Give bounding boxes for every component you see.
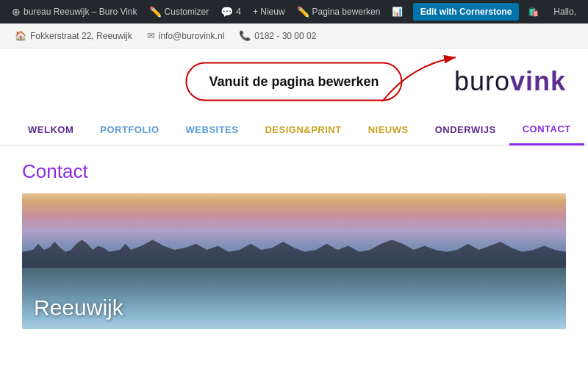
annotation-text: Vanuit de pagina bewerken <box>209 74 379 89</box>
nav-link-onderwijs[interactable]: ONDERWIJS <box>422 115 509 146</box>
hello-text: Hallo, <box>548 7 582 17</box>
phone-item[interactable]: 📞 0182 - 30 00 02 <box>239 30 316 41</box>
hero-label: Reeuwijk <box>34 295 123 320</box>
nav-item-contact[interactable]: CONTACT <box>509 115 584 146</box>
nav-link-websites[interactable]: WEBSITES <box>173 115 252 146</box>
page-title: Contact <box>22 160 566 183</box>
nav-link-contact[interactable]: CONTACT <box>509 115 584 146</box>
site-name-item[interactable]: ⊕ bureau Reeuwijk – Buro Vink <box>6 0 143 24</box>
customizer-item[interactable]: ✏️ Customizer <box>143 0 215 24</box>
nav-item-designprint[interactable]: DESIGN&PRINT <box>251 115 354 146</box>
logo-text: burovink <box>454 66 566 97</box>
nav-link-designprint[interactable]: DESIGN&PRINT <box>251 115 354 146</box>
nav-list: WELKOM PORTFOLIO WEBSITES DESIGN&PRINT N… <box>15 115 584 146</box>
wp-icon: ⊕ <box>12 6 21 18</box>
nav-item-portfolio[interactable]: PORTFOLIO <box>87 115 172 146</box>
logo[interactable]: burovink <box>454 66 566 97</box>
new-item[interactable]: + Nieuw <box>247 0 291 24</box>
nav-item-onderwijs[interactable]: ONDERWIJS <box>422 115 509 146</box>
customizer-icon: ✏️ <box>149 6 162 18</box>
email-icon: ✉ <box>147 30 155 41</box>
logo-buro: buro <box>454 66 510 96</box>
nav-item-nieuws[interactable]: NIEUWS <box>355 115 422 146</box>
customizer-label: Customizer <box>165 7 209 17</box>
phone-text: 0182 - 30 00 02 <box>254 31 316 41</box>
comments-count: 4 <box>236 7 241 17</box>
nav-item-welkom[interactable]: WELKOM <box>15 115 87 146</box>
email-text: info@burovink.nl <box>159 31 225 41</box>
stats-icon: 📊 <box>392 7 403 17</box>
wp-stats-item[interactable]: 📊 <box>386 0 409 24</box>
annotation-bubble: Vanuit de pagina bewerken <box>185 62 402 101</box>
page-content: Contact Reeuwijk <box>0 146 588 337</box>
edit-page-item[interactable]: ✏️ Pagina bewerken <box>291 0 387 24</box>
comments-item[interactable]: 💬 4 <box>215 0 247 24</box>
edit-icon: ✏️ <box>297 6 309 18</box>
admin-bar-right: Edit with Cornerstone 🛍️ Hallo, <box>413 0 582 24</box>
site-name: bureau Reeuwijk – Buro Vink <box>24 7 137 17</box>
edit-page-label: Pagina bewerken <box>312 7 381 17</box>
new-label: + Nieuw <box>253 7 285 17</box>
phone-icon: 📞 <box>239 30 251 41</box>
woo-icon: 🛍️ <box>528 7 539 17</box>
email-item[interactable]: ✉ info@burovink.nl <box>147 30 225 41</box>
navigation: WELKOM PORTFOLIO WEBSITES DESIGN&PRINT N… <box>0 115 588 146</box>
woo-icon-item[interactable]: 🛍️ <box>522 0 545 24</box>
site-header: Vanuit de pagina bewerken burovink <box>0 48 588 115</box>
address-text: Fokkerstraat 22, Reeuwijk <box>30 31 132 41</box>
home-icon: 🏠 <box>15 30 26 41</box>
top-bar: 🏠 Fokkerstraat 22, Reeuwijk ✉ info@burov… <box>0 24 588 48</box>
nav-link-welkom[interactable]: WELKOM <box>15 115 87 146</box>
admin-bar: ⊕ bureau Reeuwijk – Buro Vink ✏️ Customi… <box>0 0 588 24</box>
logo-vink: vink <box>510 66 566 96</box>
comments-icon: 💬 <box>220 6 233 18</box>
nav-link-nieuws[interactable]: NIEUWS <box>355 115 422 146</box>
nav-link-portfolio[interactable]: PORTFOLIO <box>87 115 172 146</box>
edit-cornerstone-button[interactable]: Edit with Cornerstone <box>413 3 520 21</box>
address-item: 🏠 Fokkerstraat 22, Reeuwijk <box>15 30 132 41</box>
hero-image: Reeuwijk <box>22 193 566 329</box>
nav-item-websites[interactable]: WEBSITES <box>173 115 252 146</box>
edit-cornerstone-label: Edit with Cornerstone <box>420 7 512 17</box>
